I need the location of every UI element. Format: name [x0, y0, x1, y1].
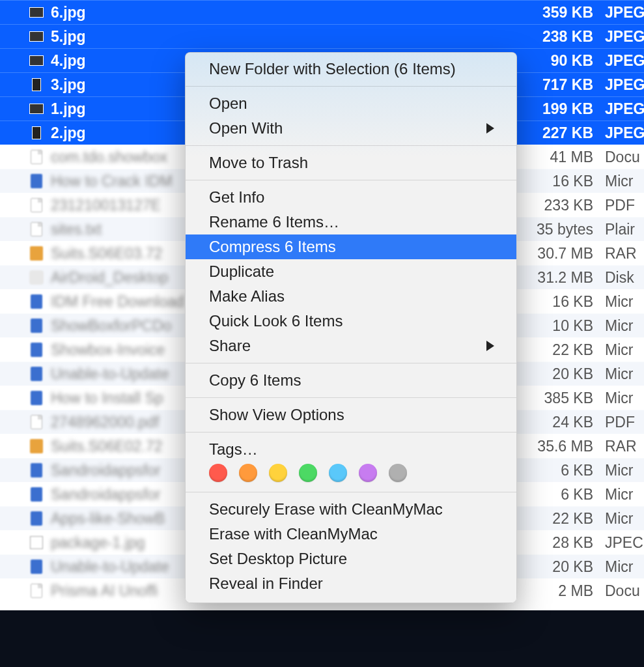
word-doc-icon [31, 343, 42, 357]
file-kind: Plair [605, 221, 644, 238]
menu-set-desktop-picture[interactable]: Set Desktop Picture [186, 546, 516, 571]
file-size: 30.7 MB [520, 245, 605, 263]
image-thumbnail-icon [29, 55, 44, 66]
file-kind: JPEG [605, 4, 644, 21]
menu-share[interactable]: Share [186, 334, 516, 358]
menu-item-label: Make Alias [209, 287, 285, 305]
menu-separator [186, 397, 516, 398]
file-kind: Micr [605, 462, 644, 479]
file-size: 227 KB [520, 124, 605, 142]
menu-make-alias[interactable]: Make Alias [186, 284, 516, 309]
image-thumbnail-icon [32, 78, 41, 91]
file-size: 31.2 MB [520, 269, 605, 287]
file-size: 199 KB [520, 100, 605, 118]
menu-show-view-options[interactable]: Show View Options [186, 403, 516, 427]
menu-new-folder-with-selection[interactable]: New Folder with Selection (6 Items) [186, 57, 516, 81]
file-size: 16 KB [520, 293, 605, 311]
file-size: 20 KB [520, 365, 605, 383]
tag-color-dot[interactable] [329, 464, 347, 482]
tag-color-dot[interactable] [269, 464, 287, 482]
menu-item-label: Copy 6 Items [209, 371, 301, 390]
menu-separator [186, 86, 516, 87]
file-size: 28 KB [520, 534, 605, 552]
file-size: 238 KB [520, 28, 605, 46]
file-kind: Micr [605, 390, 644, 407]
file-size: 90 KB [520, 52, 605, 70]
pdf-icon [31, 198, 42, 212]
tag-color-dot[interactable] [359, 464, 377, 482]
menu-open-with[interactable]: Open With [186, 116, 516, 141]
menu-separator [186, 492, 516, 492]
menu-separator [186, 180, 516, 180]
menu-move-to-trash[interactable]: Move to Trash [186, 150, 516, 175]
word-doc-icon [31, 174, 42, 188]
menu-item-label: Duplicate [209, 263, 274, 281]
menu-item-label: New Folder with Selection (6 Items) [209, 60, 456, 78]
menu-separator [186, 363, 516, 363]
file-row-selected[interactable]: 5.jpg238 KBJPEG [0, 24, 644, 48]
file-kind: Micr [605, 510, 644, 528]
menu-rename[interactable]: Rename 6 Items… [186, 210, 516, 234]
menu-quick-look[interactable]: Quick Look 6 Items [186, 309, 516, 334]
menu-item-label: Tags… [209, 440, 258, 459]
menu-item-label: Reveal in Finder [209, 575, 323, 593]
menu-item-label: Move to Trash [209, 154, 308, 172]
file-kind: JPEG [605, 76, 644, 94]
archive-icon [30, 439, 43, 453]
image-thumbnail-icon [29, 7, 44, 18]
document-icon [31, 584, 42, 598]
file-size: 22 KB [520, 341, 605, 359]
file-kind: JPEC [605, 534, 644, 552]
file-kind: Docu [605, 582, 644, 600]
file-size: 233 KB [520, 197, 605, 214]
file-kind: Micr [605, 365, 644, 383]
file-kind: Micr [605, 486, 644, 504]
menu-reveal-in-finder[interactable]: Reveal in Finder [186, 571, 516, 596]
menu-separator [186, 145, 516, 146]
file-row-selected[interactable]: 6.jpg359 KBJPEG [0, 0, 644, 24]
file-kind: Micr [605, 317, 644, 335]
file-kind: Micr [605, 293, 644, 311]
file-size: 6 KB [520, 486, 605, 504]
tag-color-dot[interactable] [209, 464, 227, 482]
menu-securely-erase-cleanmymac[interactable]: Securely Erase with CleanMyMac [186, 497, 516, 522]
submenu-arrow-icon [486, 123, 494, 134]
menu-item-label: Open [209, 94, 247, 113]
image-thumbnail-icon [29, 104, 44, 114]
file-kind: Disk [605, 269, 644, 287]
disk-image-icon [29, 270, 44, 285]
file-kind: Micr [605, 173, 644, 190]
file-size: 10 KB [520, 317, 605, 335]
file-size: 385 KB [520, 390, 605, 407]
document-icon [31, 150, 42, 164]
file-kind: Micr [605, 558, 644, 576]
image-thumbnail-icon [29, 31, 44, 42]
menu-copy[interactable]: Copy 6 Items [186, 368, 516, 393]
word-doc-icon [31, 367, 42, 381]
context-menu[interactable]: New Folder with Selection (6 Items) Open… [185, 52, 517, 603]
menu-erase-cleanmymac[interactable]: Erase with CleanMyMac [186, 522, 516, 546]
file-size: 2 MB [520, 582, 605, 600]
tag-color-dot[interactable] [239, 464, 257, 482]
menu-item-label: Open With [209, 119, 283, 137]
tag-color-dot[interactable] [389, 464, 407, 482]
file-name: 5.jpg [51, 28, 520, 46]
tag-color-dot[interactable] [299, 464, 317, 482]
word-doc-icon [31, 463, 42, 477]
menu-tags[interactable]: Tags… [186, 437, 516, 459]
file-size: 717 KB [520, 76, 605, 94]
menu-item-label: Compress 6 Items [209, 238, 336, 256]
file-name: 6.jpg [51, 4, 520, 21]
menu-separator [186, 432, 516, 433]
file-kind: RAR [605, 438, 644, 455]
word-doc-icon [31, 487, 42, 502]
menu-duplicate[interactable]: Duplicate [186, 259, 516, 284]
archive-icon [30, 246, 43, 261]
menu-get-info[interactable]: Get Info [186, 185, 516, 210]
menu-open[interactable]: Open [186, 91, 516, 116]
file-size: 20 KB [520, 558, 605, 576]
menu-item-label: Set Desktop Picture [209, 550, 347, 568]
menu-compress[interactable]: Compress 6 Items [186, 234, 516, 259]
file-kind: JPEG [605, 52, 644, 70]
image-icon [30, 536, 43, 549]
